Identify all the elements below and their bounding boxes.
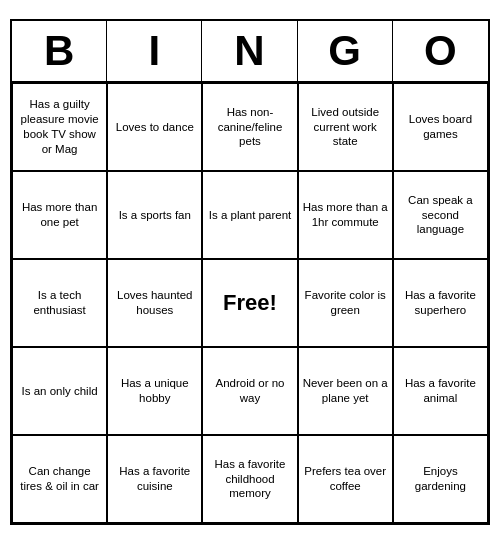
bingo-cell-1[interactable]: Loves to dance (107, 83, 202, 171)
bingo-cell-15[interactable]: Is an only child (12, 347, 107, 435)
bingo-cell-16[interactable]: Has a unique hobby (107, 347, 202, 435)
bingo-letter-g: G (298, 21, 393, 81)
bingo-letter-b: B (12, 21, 107, 81)
bingo-grid: Has a guilty pleasure movie book TV show… (12, 83, 488, 523)
bingo-cell-19[interactable]: Has a favorite animal (393, 347, 488, 435)
bingo-cell-4[interactable]: Loves board games (393, 83, 488, 171)
bingo-cell-17[interactable]: Android or no way (202, 347, 297, 435)
bingo-card: BINGO Has a guilty pleasure movie book T… (10, 19, 490, 525)
bingo-cell-0[interactable]: Has a guilty pleasure movie book TV show… (12, 83, 107, 171)
bingo-cell-3[interactable]: Lived outside current work state (298, 83, 393, 171)
bingo-cell-12[interactable]: Free! (202, 259, 297, 347)
bingo-cell-14[interactable]: Has a favorite superhero (393, 259, 488, 347)
bingo-cell-5[interactable]: Has more than one pet (12, 171, 107, 259)
bingo-letter-i: I (107, 21, 202, 81)
bingo-letter-n: N (202, 21, 297, 81)
bingo-cell-7[interactable]: Is a plant parent (202, 171, 297, 259)
bingo-cell-24[interactable]: Enjoys gardening (393, 435, 488, 523)
bingo-cell-8[interactable]: Has more than a 1hr commute (298, 171, 393, 259)
bingo-cell-2[interactable]: Has non-canine/feline pets (202, 83, 297, 171)
bingo-header: BINGO (12, 21, 488, 83)
bingo-letter-o: O (393, 21, 488, 81)
bingo-cell-21[interactable]: Has a favorite cuisine (107, 435, 202, 523)
bingo-cell-18[interactable]: Never been on a plane yet (298, 347, 393, 435)
bingo-cell-11[interactable]: Loves haunted houses (107, 259, 202, 347)
bingo-cell-9[interactable]: Can speak a second language (393, 171, 488, 259)
bingo-cell-10[interactable]: Is a tech enthusiast (12, 259, 107, 347)
bingo-cell-13[interactable]: Favorite color is green (298, 259, 393, 347)
bingo-cell-20[interactable]: Can change tires & oil in car (12, 435, 107, 523)
bingo-cell-22[interactable]: Has a favorite childhood memory (202, 435, 297, 523)
bingo-cell-6[interactable]: Is a sports fan (107, 171, 202, 259)
bingo-cell-23[interactable]: Prefers tea over coffee (298, 435, 393, 523)
